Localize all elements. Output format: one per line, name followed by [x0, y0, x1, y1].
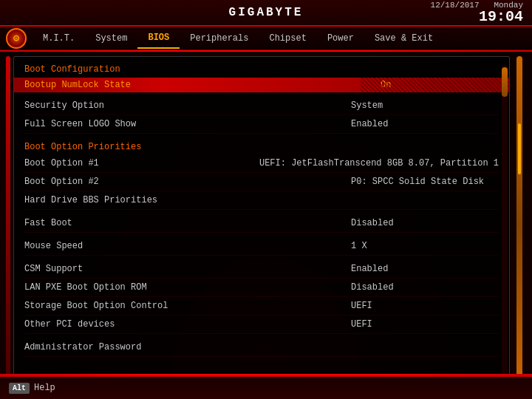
nav-logo-icon	[6, 28, 27, 49]
nav-item-chipset[interactable]: Chipset	[259, 29, 316, 48]
lan-pxe-value: Disabled	[351, 282, 499, 293]
help-label: Help	[34, 383, 55, 393]
csm-support-label: CSM Support	[24, 264, 351, 274]
lan-pxe-row[interactable]: LAN PXE Boot Option ROM Disabled	[24, 279, 499, 297]
fast-boot-row[interactable]: Fast Boot Disabled	[24, 214, 499, 233]
fast-boot-value: Disabled	[351, 218, 499, 228]
other-pci-value: UEFI	[351, 319, 499, 330]
boot-option-2-row[interactable]: Boot Option #2 P0: SPCC Solid State Disk	[24, 173, 499, 191]
numlock-row[interactable]: Bootup NumLock State On	[14, 78, 509, 92]
boot-config-title: Boot Configuration	[24, 64, 499, 75]
nav-item-power[interactable]: Power	[317, 29, 364, 48]
main-content-area: Boot Configuration Bootup NumLock State …	[0, 50, 532, 399]
nav-item-save-exit[interactable]: Save & Exit	[364, 29, 443, 48]
hdd-bbs-row[interactable]: Hard Drive BBS Priorities	[24, 191, 499, 210]
boot-option-1-value: UEFI: JetFlashTranscend 8GB 8.07, Partit…	[259, 158, 499, 168]
mouse-speed-label: Mouse Speed	[24, 241, 351, 251]
other-pci-label: Other PCI devices	[24, 319, 351, 330]
storage-boot-row[interactable]: Storage Boot Option Control UEFI	[24, 297, 499, 316]
fast-boot-label: Fast Boot	[24, 218, 351, 228]
lan-pxe-label: LAN PXE Boot Option ROM	[24, 282, 351, 293]
boot-option-2-label: Boot Option #2	[24, 177, 351, 187]
time-display: 19:04	[479, 10, 523, 24]
logo-show-row[interactable]: Full Screen LOGO Show Enabled	[24, 115, 499, 134]
admin-password-row[interactable]: Administrator Password	[24, 338, 499, 357]
header-bar: GIGABYTE 12/18/2017 Monday 19:04	[0, 0, 532, 27]
security-option-row[interactable]: Security Option System	[24, 97, 499, 115]
logo-show-value: Enabled	[351, 119, 499, 129]
nav-item-system[interactable]: System	[85, 29, 137, 48]
security-option-value: System	[351, 100, 499, 111]
right-decoration	[513, 56, 526, 393]
storage-boot-label: Storage Boot Option Control	[24, 301, 351, 311]
boot-priorities-section: Boot Option Priorities	[24, 140, 499, 153]
nav-item-bios[interactable]: BIOS	[137, 28, 180, 49]
top-glow-line	[0, 50, 532, 52]
storage-boot-value: UEFI	[351, 301, 499, 311]
hdd-bbs-label: Hard Drive BBS Priorities	[24, 195, 351, 205]
boot-option-1-row[interactable]: Boot Option #1 UEFI: JetFlashTranscend 8…	[24, 154, 499, 173]
csm-support-value: Enabled	[351, 264, 499, 274]
numlock-value: On	[381, 80, 499, 90]
alt-badge: Alt	[9, 383, 30, 394]
mouse-speed-row[interactable]: Mouse Speed 1 X	[24, 237, 499, 256]
numlock-label: Bootup NumLock State	[24, 80, 381, 90]
boot-option-1-label: Boot Option #1	[24, 158, 259, 168]
boot-priorities-title: Boot Option Priorities	[24, 142, 141, 152]
security-option-label: Security Option	[24, 100, 351, 111]
mouse-speed-value: 1 X	[351, 241, 499, 251]
csm-support-row[interactable]: CSM Support Enabled	[24, 260, 499, 279]
datetime-display: 12/18/2017 Monday 19:04	[420, 1, 523, 24]
navigation-bar: M.I.T. System BIOS Peripherals Chipset P…	[0, 27, 532, 50]
panel-scrollbar-thumb	[502, 67, 508, 97]
admin-password-label: Administrator Password	[24, 342, 351, 352]
nav-item-mit[interactable]: M.I.T.	[33, 29, 85, 48]
left-decoration	[6, 56, 10, 393]
other-pci-row[interactable]: Other PCI devices UEFI	[24, 316, 499, 334]
settings-panel: Boot Configuration Bootup NumLock State …	[13, 56, 510, 393]
nav-item-peripherals[interactable]: Peripherals	[180, 29, 259, 48]
bottom-bar: Alt Help	[0, 375, 532, 399]
brand-logo: GIGABYTE	[112, 6, 420, 19]
logo-show-label: Full Screen LOGO Show	[24, 119, 351, 129]
help-button[interactable]: Alt Help	[9, 383, 55, 394]
boot-option-2-value: P0: SPCC Solid State Disk	[351, 177, 499, 187]
right-scroll-bar	[516, 56, 522, 393]
panel-scrollbar[interactable]	[502, 64, 508, 385]
